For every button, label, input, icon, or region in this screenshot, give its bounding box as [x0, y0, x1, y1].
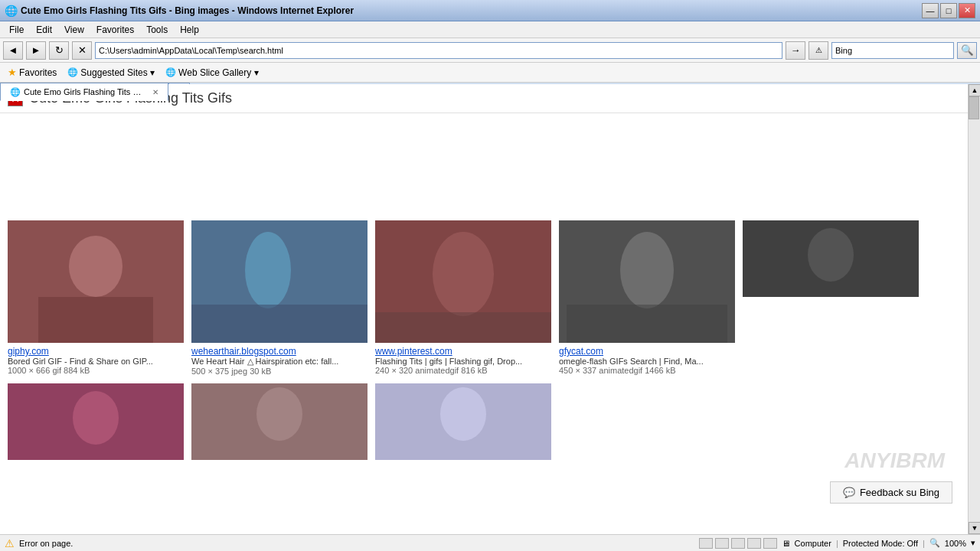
list-item[interactable] [8, 383, 184, 460]
web-slice-label: Web Slice Gallery ▾ [178, 67, 258, 78]
image-thumbnail[interactable] [191, 220, 368, 343]
zoom-label: 100% [945, 539, 966, 548]
svg-point-17 [256, 387, 302, 441]
menu-file[interactable]: File [3, 23, 30, 37]
star-icon: ★ [8, 67, 17, 78]
webslice-icon: 🌐 [165, 67, 176, 77]
compatibility-button[interactable]: ⚠ [808, 41, 828, 60]
image-thumbnail[interactable] [191, 383, 368, 460]
protected-mode-label: Protected Mode: Off [843, 539, 918, 548]
progress-bar-3 [731, 538, 745, 549]
computer-icon: 🖥 [782, 539, 790, 548]
menu-help[interactable]: Help [174, 23, 205, 37]
svg-point-7 [433, 232, 494, 316]
menu-bar: File Edit View Favorites Tools Help [0, 21, 980, 38]
page-content: ✕ giphy.com Bored Girl GIF - Find & Shar… [0, 84, 968, 534]
image-grid: giphy.com Bored Girl GIF - Find & Share … [0, 213, 968, 468]
image-thumbnail[interactable] [743, 220, 919, 297]
error-message: Error on page. [19, 539, 73, 548]
svg-rect-2 [38, 297, 153, 343]
image-thumbnail[interactable] [8, 383, 184, 460]
svg-point-19 [440, 387, 486, 441]
image-source-link[interactable]: wehearthair.blogspot.com [191, 346, 368, 357]
menu-tools[interactable]: Tools [140, 23, 174, 37]
feedback-button[interactable]: 💬 Feedback su Bing [830, 481, 952, 504]
svg-point-15 [73, 391, 119, 445]
image-source-link[interactable]: giphy.com [8, 346, 184, 357]
image-svg [191, 220, 368, 343]
suggested-sites-label: Suggested Sites ▾ [80, 67, 155, 78]
image-description: Bored Girl GIF - Find & Share on GIP... [8, 357, 184, 366]
zoom-icon: 🔍 [929, 538, 940, 548]
stop-button[interactable]: ✕ [72, 41, 92, 60]
tab-label: Cute Emo Girls Flashing Tits Gifs - Bing… [24, 87, 146, 96]
image-meta: 240 × 320 animatedgif 816 kB [375, 366, 551, 375]
scroll-down-button[interactable]: ▼ [969, 522, 980, 534]
status-right: 🖥 Computer | Protected Mode: Off | 🔍 100… [699, 538, 975, 549]
image-svg [8, 383, 184, 460]
list-item[interactable]: wehearthair.blogspot.com We Heart Hair △… [191, 220, 368, 376]
image-svg [8, 220, 184, 343]
maximize-button[interactable]: □ [940, 3, 957, 18]
menu-favorites[interactable]: Favorites [90, 23, 140, 37]
computer-label: Computer [795, 539, 831, 548]
image-svg [191, 383, 368, 460]
bing-header-placeholder [0, 113, 968, 213]
menu-view[interactable]: View [58, 23, 90, 37]
image-source-link[interactable]: www.pinterest.com [375, 346, 551, 357]
image-thumbnail[interactable] [375, 383, 551, 460]
suggested-sites[interactable]: 🌐 Suggested Sites ▾ [64, 66, 158, 80]
list-item[interactable]: giphy.com Bored Girl GIF - Find & Share … [8, 220, 184, 376]
tab-main[interactable]: 🌐 Cute Emo Girls Flashing Tits Gifs - Bi… [0, 83, 168, 101]
back-button[interactable]: ◄ [3, 41, 23, 60]
forward-button[interactable]: ► [26, 41, 46, 60]
svg-point-13 [808, 228, 854, 282]
list-item[interactable] [375, 383, 551, 460]
image-thumbnail[interactable] [559, 220, 735, 343]
list-item[interactable]: gfycat.com omegle-flash GIFs Search | Fi… [559, 220, 735, 376]
image-svg [743, 220, 919, 297]
image-description: We Heart Hair △ Hairspiration etc: fall.… [191, 357, 368, 367]
zoom-dropdown[interactable]: ▾ [971, 538, 975, 548]
title-bar: 🌐 Cute Emo Girls Flashing Tits Gifs - Bi… [0, 0, 980, 21]
search-input[interactable] [831, 42, 954, 59]
scroll-track[interactable] [969, 96, 980, 522]
menu-edit[interactable]: Edit [30, 23, 58, 37]
warning-icon: ⚠ [5, 537, 15, 549]
list-item[interactable] [191, 383, 368, 460]
svg-point-1 [69, 236, 122, 297]
favorites-bar: ★ Favorites 🌐 Suggested Sites ▾ 🌐 Web Sl… [0, 63, 980, 83]
scroll-thumb[interactable] [969, 96, 979, 119]
tab-close[interactable]: ✕ [152, 88, 158, 96]
image-meta: 1000 × 666 gif 884 kB [8, 366, 184, 375]
ie-icon: 🌐 [5, 5, 18, 17]
status-bar: ⚠ Error on page. 🖥 Computer | Protected … [0, 534, 980, 551]
progress-bar-5 [763, 538, 777, 549]
image-source-link[interactable]: gfycat.com [559, 346, 735, 357]
image-thumbnail[interactable] [375, 220, 551, 343]
close-button[interactable]: ✕ [959, 3, 975, 18]
svg-rect-11 [567, 305, 727, 343]
refresh-button[interactable]: ↻ [49, 41, 69, 60]
progress-bar-4 [747, 538, 761, 549]
search-title-input[interactable] [29, 90, 960, 106]
favorites-label: Favorites [19, 67, 57, 78]
web-slice-gallery[interactable]: 🌐 Web Slice Gallery ▾ [162, 66, 261, 80]
svg-point-10 [620, 232, 674, 308]
search-button[interactable]: 🔍 [957, 42, 977, 59]
scroll-up-button[interactable]: ▲ [969, 84, 980, 96]
image-meta: 450 × 337 animatedgif 1466 kB [559, 366, 735, 375]
minimize-button[interactable]: — [922, 3, 939, 18]
go-button[interactable]: → [786, 41, 805, 60]
favorites-button[interactable]: ★ Favorites [5, 65, 60, 80]
progress-bar-1 [699, 538, 713, 549]
image-svg [375, 383, 551, 460]
svg-point-4 [245, 232, 291, 308]
image-thumbnail[interactable] [8, 220, 184, 343]
progress-bar-2 [715, 538, 729, 549]
image-meta: 500 × 375 jpeg 30 kB [191, 367, 368, 376]
list-item[interactable]: www.pinterest.com Flashing Tits | gifs |… [375, 220, 551, 376]
address-input[interactable] [95, 42, 782, 59]
list-item[interactable] [743, 220, 919, 376]
window-title: Cute Emo Girls Flashing Tits Gifs - Bing… [21, 5, 922, 16]
